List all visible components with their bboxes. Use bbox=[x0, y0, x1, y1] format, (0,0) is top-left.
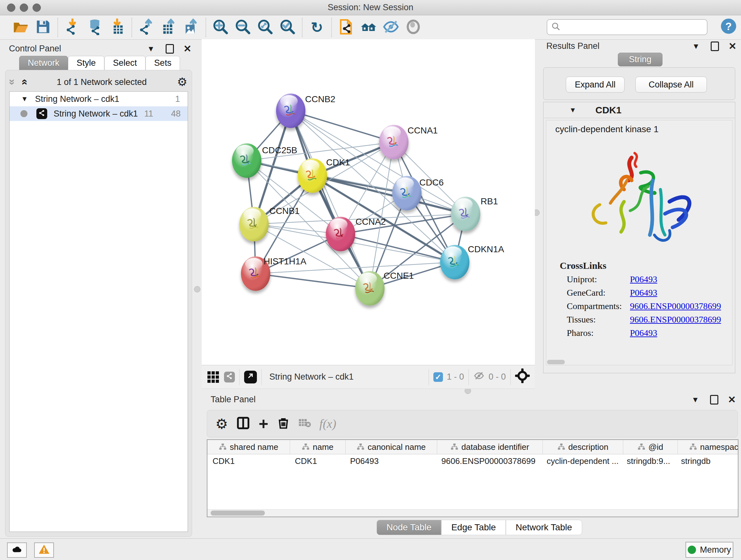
zoom-in-button[interactable] bbox=[212, 18, 229, 37]
network-node-cdkn1a[interactable] bbox=[440, 245, 469, 279]
network-node-ccne1[interactable] bbox=[355, 271, 385, 306]
node-label-cdk1: CDK1 bbox=[326, 158, 350, 168]
network-node-cdk1[interactable] bbox=[298, 159, 327, 193]
network-node-ccna1[interactable] bbox=[379, 125, 408, 159]
show-columns-icon[interactable] bbox=[236, 416, 250, 431]
import-network-button[interactable] bbox=[64, 18, 81, 37]
panel-float-icon[interactable] bbox=[711, 42, 719, 51]
panel-close-icon[interactable]: ✕ bbox=[728, 394, 736, 405]
column-header-id[interactable]: @id bbox=[623, 440, 678, 454]
section-expander-icon[interactable]: ▼ bbox=[569, 106, 576, 114]
warnings-button[interactable] bbox=[34, 543, 54, 558]
table-panel: Table Panel ▼ ✕ ⚙ + f(x) shared namename… bbox=[198, 392, 741, 538]
column-header-sharedname[interactable]: shared name bbox=[207, 440, 290, 454]
homes-button[interactable] bbox=[360, 18, 378, 37]
import-table-button[interactable] bbox=[108, 18, 126, 37]
crosslink-label: Compartments: bbox=[567, 301, 630, 311]
panel-menu-icon[interactable]: ▼ bbox=[691, 395, 699, 404]
network-collection-row[interactable]: ▼ String Network – cdk1 1 bbox=[10, 91, 188, 106]
search-box[interactable] bbox=[547, 19, 708, 35]
panel-close-icon[interactable]: ✕ bbox=[729, 41, 737, 52]
tab-style[interactable]: Style bbox=[68, 56, 105, 70]
table-row[interactable]: CDK1CDK1P064939606.ENSP00000378699cyclin… bbox=[207, 454, 738, 468]
table-toolbar: ⚙ + f(x) bbox=[207, 410, 738, 437]
eye-blue-button[interactable] bbox=[382, 18, 400, 37]
table-settings-gear-icon[interactable]: ⚙ bbox=[215, 416, 228, 432]
export-network-button[interactable] bbox=[138, 18, 155, 37]
export-image-button[interactable] bbox=[182, 18, 200, 37]
left-splitter-handle[interactable] bbox=[194, 286, 200, 293]
network-view-toolbar: String Network – cdk1 ✓ 1 - 0 0 - 0 bbox=[202, 365, 535, 389]
column-header-namespace[interactable]: namespace bbox=[678, 440, 738, 454]
fit-selected-icon[interactable] bbox=[515, 368, 530, 385]
help-button[interactable]: ? bbox=[720, 18, 738, 36]
crosslink-link[interactable]: P06493 bbox=[630, 288, 657, 298]
panel-float-icon[interactable] bbox=[710, 395, 718, 405]
panel-menu-icon[interactable]: ▼ bbox=[692, 42, 700, 51]
network-node-cdc6[interactable] bbox=[392, 176, 421, 210]
tab-edge-table[interactable]: Edge Table bbox=[441, 520, 506, 535]
zoom-fit-button[interactable] bbox=[256, 18, 274, 37]
add-column-icon[interactable]: + bbox=[259, 414, 268, 433]
column-header-description[interactable]: description bbox=[543, 440, 623, 454]
memory-button[interactable]: Memory bbox=[685, 542, 733, 558]
panel-close-icon[interactable]: ✕ bbox=[184, 43, 192, 54]
tab-string[interactable]: String bbox=[618, 53, 663, 66]
tab-select[interactable]: Select bbox=[105, 56, 145, 70]
node-table[interactable]: shared namenamecanonical namedatabase id… bbox=[207, 439, 738, 517]
table-hscroll-thumb[interactable] bbox=[211, 510, 265, 516]
tab-node-table[interactable]: Node Table bbox=[377, 520, 441, 535]
network-node-ccnb2[interactable] bbox=[276, 94, 306, 128]
network-node-ccnb1[interactable] bbox=[239, 207, 269, 241]
results-hscrollbar[interactable] bbox=[547, 360, 565, 364]
tab-network[interactable]: Network bbox=[19, 56, 68, 70]
save-button[interactable] bbox=[34, 18, 52, 37]
panel-float-icon[interactable] bbox=[165, 44, 174, 54]
delete-column-icon[interactable] bbox=[277, 416, 290, 431]
import-database-button[interactable] bbox=[86, 18, 104, 37]
refresh-button[interactable]: ↻ bbox=[308, 18, 326, 37]
crosslink-link[interactable]: P06493 bbox=[630, 274, 657, 285]
import-database-icon bbox=[86, 18, 103, 37]
zoom-out-button[interactable] bbox=[234, 18, 252, 37]
folder-open-button[interactable] bbox=[12, 18, 30, 37]
gene-section-header[interactable]: ▼ CDK1 bbox=[544, 103, 735, 118]
collapse-all-button[interactable]: Collapse All bbox=[635, 77, 707, 92]
crosslink-link[interactable]: 9606.ENSP00000378699 bbox=[630, 314, 721, 325]
crosslink-link[interactable]: 9606.ENSP00000378699 bbox=[630, 301, 721, 311]
export-table-button[interactable] bbox=[160, 18, 178, 37]
expand-all-button[interactable]: Expand All bbox=[566, 77, 624, 92]
network-canvas[interactable]: CCNB2 CCNA1 CDC25B CDK1 CDC6 RB1 CCNB1 C… bbox=[202, 39, 535, 365]
search-input[interactable] bbox=[563, 22, 707, 33]
column-header-name[interactable]: name bbox=[290, 440, 346, 454]
collection-label: String Network – cdk1 bbox=[35, 94, 119, 104]
string-view-icon[interactable] bbox=[224, 372, 235, 382]
collapse-all-icon[interactable]: » bbox=[7, 79, 18, 85]
cloud-status-button[interactable] bbox=[7, 543, 27, 558]
table-hscrollbar[interactable] bbox=[207, 509, 738, 516]
network-node-cdc25b[interactable] bbox=[232, 143, 261, 178]
panel-menu-icon[interactable]: ▼ bbox=[147, 44, 155, 53]
node-label-cdc25b: CDC25B bbox=[262, 145, 297, 155]
column-header-databaseidentifier[interactable]: database identifier bbox=[437, 440, 543, 454]
crosslink-link[interactable]: P06493 bbox=[630, 328, 657, 338]
tree-expander-icon[interactable]: ▼ bbox=[21, 95, 28, 103]
string-import-button[interactable] bbox=[337, 18, 355, 37]
node-label-ccnb1: CCNB1 bbox=[269, 206, 300, 216]
selected-checkbox-icon[interactable]: ✓ bbox=[433, 372, 443, 382]
open-in-browser-icon[interactable] bbox=[244, 371, 257, 383]
tab-sets[interactable]: Sets bbox=[145, 56, 180, 70]
network-node-rb1[interactable] bbox=[451, 197, 480, 231]
gear-icon[interactable]: ⚙ bbox=[177, 75, 187, 89]
zoom-selected-button[interactable] bbox=[279, 18, 296, 37]
hidden-eye-icon bbox=[473, 370, 485, 384]
selected-counts: 1 - 0 bbox=[447, 372, 464, 382]
network-row[interactable]: String Network – cdk1 11 48 bbox=[10, 106, 188, 121]
network-node-ccna2[interactable] bbox=[326, 217, 355, 251]
expand-all-icon[interactable]: » bbox=[18, 79, 29, 85]
eye-gray-button[interactable] bbox=[404, 18, 422, 37]
column-header-canonicalname[interactable]: canonical name bbox=[346, 440, 437, 454]
results-panel: Results Panel ▼ ✕ String Expand All Coll… bbox=[539, 39, 741, 392]
birds-eye-view-icon[interactable] bbox=[207, 371, 219, 383]
tab-network-table[interactable]: Network Table bbox=[506, 520, 582, 535]
